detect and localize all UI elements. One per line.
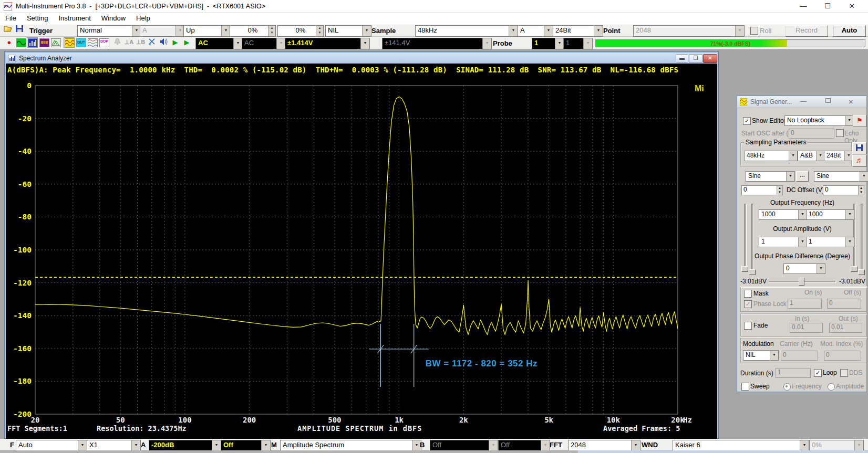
chevron-down-icon[interactable]: ▼ <box>131 440 140 451</box>
panel-close-icon[interactable]: × <box>849 97 853 106</box>
chevron-down-icon[interactable]: ▼ <box>509 26 518 36</box>
spectrum-analyzer-icon[interactable] <box>27 38 37 47</box>
amp-a-slider-handle[interactable] <box>749 269 756 275</box>
zoom-select[interactable]: X1▼ <box>87 440 141 451</box>
amplitude-a-select[interactable]: 1▼ <box>759 237 807 247</box>
trigger-delay-stepper[interactable]: 0%▲▼ <box>277 25 324 37</box>
dut-icon[interactable]: DUT <box>76 38 86 47</box>
chevron-down-icon[interactable]: ▼ <box>800 440 809 451</box>
open-wave-library-button[interactable]: ♬ <box>852 155 866 167</box>
chevron-down-icon[interactable]: ▼ <box>786 172 794 181</box>
spinner-arrows-icon[interactable]: ▲▼ <box>268 26 275 36</box>
sg-bits-select[interactable]: 24Bit▼ <box>824 151 853 161</box>
spectrum-3d-plot-icon[interactable] <box>50 38 60 47</box>
display-mode-select[interactable]: Amplitude Spectrum▼ <box>280 440 421 451</box>
trigger-edge-select[interactable]: Up▼ <box>183 25 231 37</box>
chevron-down-icon[interactable]: ▼ <box>233 38 242 49</box>
signal-generator-icon[interactable] <box>64 38 74 47</box>
sound-output-icon[interactable] <box>159 38 169 47</box>
chevron-down-icon[interactable]: ▼ <box>221 26 230 36</box>
a-mode-select[interactable]: Off▼ <box>221 440 271 451</box>
chevron-down-icon[interactable]: ▼ <box>212 440 221 451</box>
chevron-down-icon[interactable]: ▼ <box>845 210 854 219</box>
derived-dps-icon[interactable] <box>87 38 97 47</box>
coupling-a-select[interactable]: AC▼ <box>195 38 243 49</box>
frequency-range-select[interactable]: Auto▼ <box>16 440 87 451</box>
trigger-reject-select[interactable]: NIL▼ <box>325 25 371 37</box>
window-function-select[interactable]: Kaiser 6▼ <box>673 440 809 451</box>
chevron-down-icon[interactable]: ▼ <box>594 26 603 36</box>
probe-calibration-icon[interactable] <box>147 38 157 47</box>
dc-offset-a-input[interactable]: 0 <box>741 185 779 195</box>
loopback-select[interactable]: No Loopback▼ <box>784 115 854 126</box>
amp-a-slider[interactable] <box>751 204 754 272</box>
menu-item-setting[interactable]: Setting <box>22 13 53 22</box>
chevron-down-icon[interactable]: ▼ <box>362 26 371 36</box>
modulation-select[interactable]: NIL▼ <box>743 350 779 361</box>
save-signal-button[interactable] <box>852 142 866 154</box>
range-a-select[interactable]: ±1.414V▼ <box>285 38 370 49</box>
chevron-down-icon[interactable]: ▼ <box>816 151 824 161</box>
show-editor-checkbox[interactable] <box>743 117 751 125</box>
phase-difference-select[interactable]: 0▼ <box>783 264 825 274</box>
dc-offset-b-input[interactable]: 0 <box>823 185 860 195</box>
dc-offset-b-stepper[interactable]: ▲▼ <box>858 185 864 195</box>
chevron-down-icon[interactable]: ▼ <box>789 151 797 161</box>
auto-button[interactable]: Auto <box>833 25 866 37</box>
more-waveform-button[interactable]: ... <box>796 171 809 182</box>
chevron-down-icon[interactable]: ▼ <box>544 26 553 36</box>
app-maximize-button[interactable]: ☐ <box>815 0 840 13</box>
oscilloscope-icon[interactable] <box>16 38 26 47</box>
chevron-down-icon[interactable]: ▼ <box>844 151 853 161</box>
single-run-icon[interactable]: ▶ <box>182 38 192 47</box>
chevron-down-icon[interactable]: ▼ <box>817 264 825 273</box>
sample-rate-select[interactable]: 48kHz▼ <box>415 25 518 37</box>
multimeter-icon[interactable]: 888 <box>39 38 49 47</box>
waveform-b-select[interactable]: Sine▼ <box>814 171 868 182</box>
chevron-down-icon[interactable]: ▼ <box>798 237 807 247</box>
chevron-down-icon[interactable]: ▼ <box>360 38 369 49</box>
trigger-level-stepper[interactable]: 0%▲▼ <box>230 25 276 37</box>
dc-offset-a-stepper[interactable]: ▲▼ <box>777 185 783 195</box>
chevron-down-icon[interactable]: ▼ <box>555 38 564 49</box>
loop-checkbox[interactable] <box>814 369 822 377</box>
spectrum-close-button[interactable]: ✕ <box>703 54 717 63</box>
open-file-icon[interactable] <box>3 25 13 35</box>
spectrum-minimize-button[interactable]: ▬ <box>676 54 688 63</box>
freq-b-slider-handle[interactable] <box>851 266 857 272</box>
panel-minimize-icon[interactable]: — <box>800 98 807 105</box>
run-icon[interactable]: ▶ <box>170 38 180 47</box>
menu-item-window[interactable]: Window <box>96 13 131 22</box>
signal-generator-titlebar[interactable]: Signal Gener... — × <box>737 96 866 108</box>
spectrum-restore-button[interactable]: ❐ <box>689 54 702 63</box>
run-generator-button[interactable]: ⚑ <box>853 115 866 127</box>
menu-item-file[interactable]: File <box>0 13 22 22</box>
a-range-select[interactable]: -200dB▼ <box>149 440 221 451</box>
chevron-down-icon[interactable]: ▼ <box>78 440 87 451</box>
waveform-a-select[interactable]: Sine▼ <box>746 171 795 182</box>
chevron-down-icon[interactable]: ▼ <box>860 172 868 181</box>
freq-a-slider[interactable] <box>744 204 747 272</box>
freq-a-slider-handle[interactable] <box>741 266 748 272</box>
amp-b-slider[interactable] <box>861 204 863 272</box>
menu-item-help[interactable]: Help <box>131 13 156 22</box>
chevron-down-icon[interactable]: ▼ <box>261 440 270 451</box>
chevron-down-icon[interactable]: ▼ <box>631 440 640 451</box>
balance-slider-handle[interactable] <box>799 278 804 286</box>
frequency-b-select[interactable]: 1000▼ <box>806 209 854 220</box>
spinner-arrows-icon[interactable]: ▲▼ <box>316 26 323 36</box>
app-close-button[interactable]: ✕ <box>840 0 864 13</box>
menu-item-instrument[interactable]: Instrument <box>53 13 96 22</box>
mask-checkbox[interactable] <box>744 290 752 298</box>
amplitude-b-select[interactable]: 1▼ <box>806 237 854 247</box>
fade-checkbox[interactable] <box>744 322 752 330</box>
chevron-down-icon[interactable]: ▼ <box>798 210 807 219</box>
frequency-a-select[interactable]: 1000▼ <box>759 209 807 220</box>
chevron-down-icon[interactable]: ▼ <box>845 116 853 125</box>
sweep-checkbox[interactable] <box>741 383 749 391</box>
save-icon[interactable] <box>15 25 25 35</box>
ddp-viewer-icon[interactable]: DDP <box>99 38 109 47</box>
record-icon[interactable]: ● <box>4 38 14 47</box>
chevron-down-icon[interactable]: ▼ <box>845 237 854 247</box>
probe-a-select[interactable]: 1▼ <box>532 38 564 49</box>
